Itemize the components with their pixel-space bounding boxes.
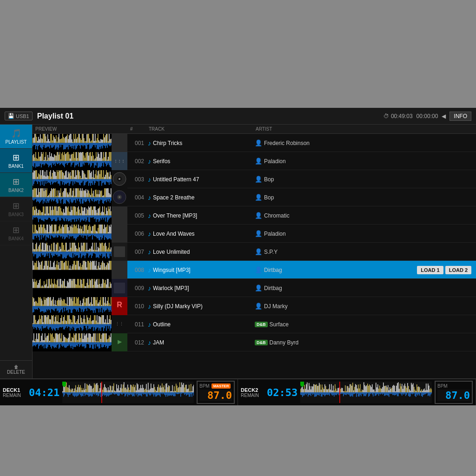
svg-rect-1374: [101, 284, 102, 288]
track-row[interactable]: 005♪Over There [MP3]👤Chromatic: [33, 206, 476, 225]
svg-rect-1404: [40, 297, 41, 306]
track-row[interactable]: ⋮⋮011♪OutlineD&BSurface: [33, 315, 476, 333]
svg-rect-960: [75, 226, 76, 234]
svg-rect-253: [70, 159, 71, 161]
svg-rect-279: [82, 152, 83, 161]
svg-rect-946: [69, 231, 70, 234]
svg-rect-1686: [90, 324, 91, 329]
svg-rect-1970: [91, 392, 92, 397]
svg-rect-415: [64, 179, 65, 185]
svg-rect-238: [62, 161, 63, 165]
svg-rect-59: [60, 139, 60, 143]
svg-rect-751: [58, 216, 59, 218]
svg-rect-1860: [91, 337, 92, 342]
svg-rect-1281: [96, 261, 97, 270]
svg-rect-674: [103, 198, 104, 204]
svg-rect-2445: [409, 392, 410, 397]
svg-rect-928: [60, 228, 61, 233]
svg-rect-393: [54, 179, 55, 182]
svg-rect-368: [43, 170, 44, 179]
svg-rect-902: [48, 232, 49, 233]
svg-rect-424: [69, 173, 70, 179]
svg-rect-2292: [338, 388, 339, 392]
svg-rect-508: [108, 172, 109, 179]
svg-rect-1298: [112, 261, 127, 279]
info-button[interactable]: INFO: [450, 112, 471, 121]
svg-rect-1218: [37, 267, 38, 270]
svg-rect-2403: [390, 392, 390, 394]
svg-rect-352: [35, 170, 36, 179]
svg-rect-152: [102, 143, 103, 149]
svg-rect-161: [107, 134, 108, 143]
svg-rect-975: [82, 234, 83, 236]
track-row[interactable]: 007♪Love Unlimited👤S.P.Y: [33, 243, 476, 261]
svg-rect-294: [88, 161, 89, 165]
svg-rect-1723: [108, 323, 109, 324]
svg-rect-2158: [178, 392, 179, 394]
load1-button[interactable]: LOAD 1: [417, 266, 443, 274]
track-row[interactable]: 008♪Wingsuit [MP3] 👤 Dirtbag LOAD 1 LOAD…: [33, 261, 476, 279]
svg-rect-2293: [338, 392, 339, 395]
artist-icon: 👤: [255, 176, 262, 183]
svg-rect-1947: [81, 388, 82, 392]
svg-rect-468: [89, 170, 90, 179]
svg-rect-2326: [354, 387, 355, 392]
thumb-img-5: [112, 225, 127, 243]
svg-rect-492: [100, 170, 101, 179]
svg-rect-786: [74, 206, 75, 216]
svg-rect-1179: [97, 252, 98, 258]
svg-rect-162: [107, 143, 108, 148]
track-row[interactable]: 003♪Untitled Pattern 47👤Bop: [33, 170, 476, 188]
svg-rect-402: [59, 170, 60, 179]
artist-icon: 👤: [255, 158, 262, 165]
column-headers: PREVIEW # TRACK ARTIST: [33, 125, 476, 134]
delete-button[interactable]: 🗑 DELETE: [0, 360, 32, 378]
svg-rect-2450: [412, 384, 413, 392]
svg-rect-349: [33, 179, 34, 184]
track-row[interactable]: 004♪Space 2 Breathe👤Bop: [33, 188, 476, 206]
svg-rect-953: [72, 234, 73, 236]
svg-rect-1772: [50, 333, 51, 343]
sidebar-item-bank4[interactable]: ⊞ BANK4: [0, 221, 32, 245]
svg-rect-821: [90, 216, 91, 218]
back-icon[interactable]: ◀: [442, 113, 446, 119]
svg-rect-1710: [101, 324, 102, 328]
track-row[interactable]: ⋮⋮⋮002♪Serifos👤Paladion: [33, 152, 476, 170]
svg-rect-2024: [116, 392, 117, 394]
svg-rect-75: [67, 134, 68, 143]
sidebar-item-bank1[interactable]: ⊞ BANK1: [0, 149, 32, 173]
sidebar-item-playlist[interactable]: 🎵 PLAYLIST: [0, 125, 32, 149]
track-row[interactable]: R010♪Silly (DJ Marky VIP)👤DJ Marky: [33, 297, 476, 315]
svg-rect-219: [54, 154, 55, 161]
svg-rect-930: [61, 226, 62, 233]
svg-rect-733: [49, 216, 50, 218]
track-row[interactable]: 009♪Warlock [MP3]👤Dirtbag: [33, 279, 476, 297]
svg-rect-201: [46, 152, 46, 161]
svg-rect-1587: [45, 315, 46, 324]
svg-rect-1642: [70, 324, 71, 331]
svg-rect-444: [78, 170, 79, 179]
svg-rect-2399: [388, 392, 389, 396]
svg-rect-97: [77, 137, 78, 143]
sidebar-item-bank3[interactable]: ⊞ BANK3: [0, 197, 32, 221]
load2-button[interactable]: LOAD 2: [445, 266, 471, 274]
svg-rect-185: [38, 152, 39, 161]
svg-rect-1950: [82, 392, 83, 396]
svg-rect-2261: [324, 392, 324, 395]
svg-rect-2388: [383, 383, 384, 392]
svg-rect-2436: [405, 386, 406, 392]
track-row[interactable]: 001♪Chirp Tricks👤Frederic Robinson: [33, 134, 476, 152]
trash-icon: 🗑: [14, 364, 19, 370]
svg-rect-2300: [342, 388, 343, 392]
svg-rect-1089: [55, 252, 56, 254]
svg-rect-2008: [109, 392, 110, 396]
track-row[interactable]: 006♪Love And Waves👤Paladion: [33, 225, 476, 243]
svg-rect-1498: [84, 297, 85, 306]
svg-rect-2142: [171, 392, 172, 396]
svg-rect-1891: [105, 343, 106, 348]
track-row[interactable]: ▶012♪JAMD&BDanny Byrd: [33, 333, 476, 351]
svg-rect-2408: [392, 386, 393, 392]
svg-rect-959: [74, 234, 75, 238]
sidebar-item-bank2[interactable]: ⊞ BANK2: [0, 173, 32, 197]
svg-rect-1330: [60, 279, 61, 288]
